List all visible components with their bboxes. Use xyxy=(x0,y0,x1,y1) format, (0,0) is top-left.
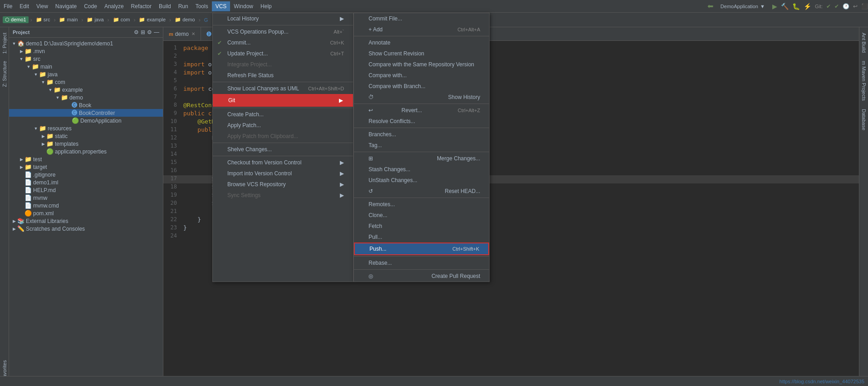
menu-run[interactable]: Run xyxy=(175,1,192,11)
menu-build[interactable]: Build xyxy=(155,1,175,11)
expand-arrow[interactable]: ▼ xyxy=(11,41,17,46)
tree-item-example[interactable]: ▼ 📁 example xyxy=(9,86,163,94)
breadcrumb-main[interactable]: 📁 main xyxy=(57,16,79,24)
right-tab-antbuild[interactable]: Ant Build xyxy=(860,29,868,56)
tree-item-gitignore[interactable]: ▶ 📄 .gitignore xyxy=(9,171,163,178)
menu-git[interactable]: Git ▶ xyxy=(213,94,353,107)
tree-item-mvn[interactable]: ▶ 📁 .mvn xyxy=(9,47,163,55)
tree-item-com[interactable]: ▼ 📁 com xyxy=(9,78,163,86)
tree-item-target[interactable]: ▶ 📁 target xyxy=(9,163,163,171)
git-resolve-conflicts[interactable]: Resolve Conflicts... xyxy=(354,116,489,127)
expand-arrow[interactable]: ▼ xyxy=(25,64,32,69)
expand-arrow[interactable]: ▶ xyxy=(18,157,25,162)
menu-create-patch[interactable]: Create Patch... xyxy=(213,109,353,120)
expand-arrow[interactable]: ▼ xyxy=(54,95,61,100)
tree-item-mvnw[interactable]: ▶ 📄 mvnw xyxy=(9,194,163,202)
git-branches[interactable]: Branches... xyxy=(354,129,489,140)
git-revert[interactable]: ↩ Revert... Ctrl+Alt+Z xyxy=(354,105,489,116)
git-stash[interactable]: Stash Changes... xyxy=(354,164,489,175)
expand-arrow[interactable]: ▼ xyxy=(33,126,39,131)
menu-edit[interactable]: Edit xyxy=(16,1,33,11)
git-compare-branch[interactable]: Compare with Branch... xyxy=(354,81,489,92)
menu-import[interactable]: Import into Version Control ▶ xyxy=(213,168,353,179)
git-rebase[interactable]: Rebase... xyxy=(354,257,489,268)
tree-item-resources[interactable]: ▼ 📁 resources xyxy=(9,124,163,132)
menu-local-history[interactable]: Local History ▶ xyxy=(213,13,353,24)
tree-item-appprops[interactable]: ▶ 🟢 application.properties xyxy=(9,148,163,155)
tree-item-helpmd[interactable]: ▶ 📄 HELP.md xyxy=(9,186,163,194)
menu-vcs-popup[interactable]: VCS Operations Popup... Alt+` xyxy=(213,26,353,37)
right-tab-maven[interactable]: m Maven Projects xyxy=(860,57,868,104)
tree-item-static[interactable]: ▶ 📁 static xyxy=(9,132,163,140)
back-icon[interactable]: ⬅ xyxy=(707,2,713,10)
run-button[interactable]: ▶ xyxy=(772,3,777,10)
breadcrumb-demo[interactable]: 📁 demo xyxy=(173,16,197,24)
build-button[interactable]: 🔨 xyxy=(781,3,789,10)
menu-help[interactable]: Help xyxy=(257,1,275,11)
expand-arrow[interactable]: ▶ xyxy=(11,219,17,223)
git-clone[interactable]: Clone... xyxy=(354,210,489,221)
expand-arrow[interactable]: ▼ xyxy=(40,80,46,84)
menu-browse[interactable]: Browse VCS Repository ▶ xyxy=(213,179,353,190)
menu-refactor[interactable]: Refactor xyxy=(128,1,155,11)
git-commit-file[interactable]: Commit File... xyxy=(354,13,489,24)
tree-item-scratches[interactable]: ▶ ✏️ Scratches and Consoles xyxy=(9,225,163,233)
git-show-history[interactable]: ⏱ Show History xyxy=(354,92,489,103)
debug-button[interactable]: 🐛 xyxy=(792,3,800,10)
sidebar-gear-icon[interactable]: ⚙ xyxy=(134,29,139,35)
tree-item-demo1iml[interactable]: ▶ 📄 demo1.iml xyxy=(9,178,163,186)
menu-view[interactable]: View xyxy=(33,1,52,11)
expand-arrow[interactable]: ▶ xyxy=(40,142,46,146)
git-compare-same-repo[interactable]: Compare with the Same Repository Version xyxy=(354,59,489,70)
menu-update[interactable]: ✔ Update Project... Ctrl+T xyxy=(213,48,353,59)
git-annotate[interactable]: Annotate xyxy=(354,37,489,48)
git-compare-with[interactable]: Compare with... xyxy=(354,70,489,81)
expand-arrow[interactable]: ▶ xyxy=(18,49,25,54)
menu-analyze[interactable]: Analyze xyxy=(101,1,128,11)
expand-arrow[interactable]: ▶ xyxy=(18,165,25,169)
breadcrumb-src[interactable]: 📁 src xyxy=(34,16,52,24)
menu-file[interactable]: File xyxy=(0,1,16,11)
git-push[interactable]: Push... Ctrl+Shift+K xyxy=(354,242,489,255)
expand-arrow[interactable]: ▼ xyxy=(18,57,25,61)
tree-item-bookcontroller[interactable]: ▶ 🅒 BookController xyxy=(9,109,163,117)
menu-shelve[interactable]: Shelve Changes... xyxy=(213,144,353,155)
tree-item-templates[interactable]: ▶ 📁 templates xyxy=(9,140,163,148)
sidebar-layout-icon[interactable]: ⊞ xyxy=(141,29,145,35)
menu-tools[interactable]: Tools xyxy=(192,1,212,11)
tree-item-mvnwcmd[interactable]: ▶ 📄 mvnw.cmd xyxy=(9,202,163,209)
tree-item-main[interactable]: ▼ 📁 main xyxy=(9,63,163,70)
project-badge[interactable]: ⬡ demo1 xyxy=(3,16,29,23)
right-tab-database[interactable]: Database xyxy=(860,105,868,134)
tree-item-demoapplication[interactable]: ▶ 🟢 DemoApplication xyxy=(9,117,163,124)
left-tab-zstructure[interactable]: Z: Structure xyxy=(1,57,8,90)
expand-arrow[interactable]: ▼ xyxy=(33,72,39,77)
tree-item-demo1[interactable]: ▼ 🏠 demo1 D:\Java\Spring\demo\demo1 xyxy=(9,40,163,47)
coverage-button[interactable]: ⚡ xyxy=(804,3,811,10)
git-tag[interactable]: Tag... xyxy=(354,140,489,151)
menu-commit[interactable]: ✔ Commit... Ctrl+K xyxy=(213,37,353,48)
menu-navigate[interactable]: Navigate xyxy=(52,1,80,11)
sidebar-minimize-icon[interactable]: — xyxy=(154,29,159,35)
run-config-selector[interactable]: DemoApplication ▼ xyxy=(717,3,769,10)
menu-vcs[interactable]: VCS xyxy=(212,1,230,11)
expand-arrow[interactable]: ▶ xyxy=(40,134,46,139)
git-fetch[interactable]: Fetch xyxy=(354,221,489,232)
menu-code[interactable]: Code xyxy=(80,1,101,11)
git-remotes[interactable]: Remotes... xyxy=(354,199,489,210)
breadcrumb-file[interactable]: G xyxy=(202,16,210,24)
expand-arrow[interactable]: ▶ xyxy=(11,227,17,231)
tree-item-book[interactable]: ▶ 🅒 Book xyxy=(9,101,163,109)
git-pull[interactable]: Pull... xyxy=(354,232,489,242)
git-create-pr[interactable]: ◎ Create Pull Request xyxy=(354,271,489,282)
git-reset-head[interactable]: ↺ Reset HEAD... xyxy=(354,186,489,197)
status-url[interactable]: https://blog.csdn.net/weixin_44072535 xyxy=(780,379,864,384)
git-show-revision[interactable]: Show Current Revision xyxy=(354,48,489,59)
menu-show-local-uml[interactable]: Show Local Changes as UML Ctrl+Alt+Shift… xyxy=(213,83,353,94)
tree-item-java[interactable]: ▼ 📁 java xyxy=(9,70,163,78)
breadcrumb-example[interactable]: 📁 example xyxy=(137,16,167,24)
breadcrumb-com[interactable]: 📁 com xyxy=(111,16,132,24)
tree-item-pom[interactable]: ▶ 🟠 pom.xml xyxy=(9,209,163,217)
menu-checkout[interactable]: Checkout from Version Control ▶ xyxy=(213,157,353,168)
git-add[interactable]: + Add Ctrl+Alt+A xyxy=(354,24,489,35)
